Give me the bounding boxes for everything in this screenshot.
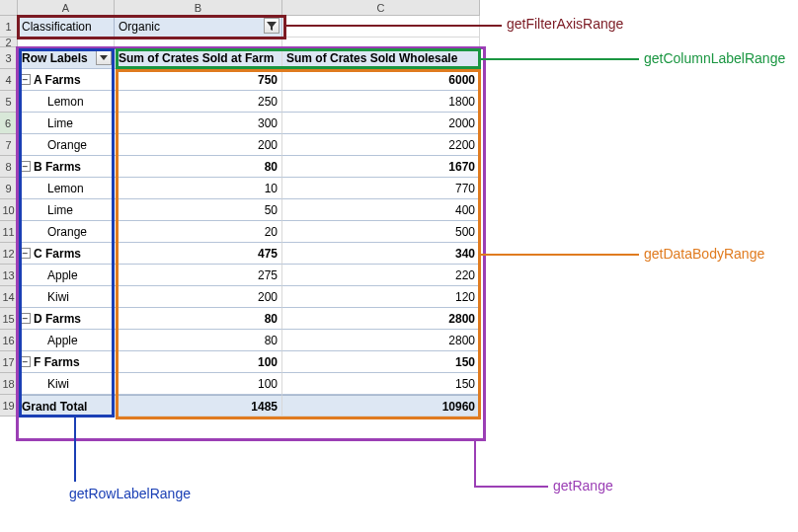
value-cell[interactable]: 275 <box>115 265 282 286</box>
row-label: D Farms <box>34 312 81 326</box>
filter-label-cell[interactable]: Classification <box>18 16 115 38</box>
row-header[interactable]: 11 <box>0 221 18 243</box>
value-cell[interactable]: 2000 <box>282 113 480 134</box>
cell[interactable] <box>115 38 282 47</box>
value-cell[interactable]: 1800 <box>282 91 480 113</box>
value-cell[interactable]: 50 <box>115 199 282 221</box>
filter-value-cell[interactable]: Organic <box>115 16 282 38</box>
row-header[interactable]: 1 <box>0 16 18 38</box>
value-cell[interactable]: 150 <box>282 351 480 373</box>
item-label-cell[interactable]: Kiwi <box>18 373 115 395</box>
item-label-cell[interactable]: Apple <box>18 330 115 351</box>
value-cell[interactable]: 20 <box>115 221 282 243</box>
item-label-cell[interactable]: Lime <box>18 113 115 134</box>
row-2: 2 <box>0 38 480 47</box>
grand-total-v2[interactable]: 10960 <box>282 395 480 417</box>
table-row: 16Apple802800 <box>0 330 480 351</box>
value-cell[interactable]: 400 <box>282 199 480 221</box>
value-cell[interactable]: 100 <box>115 351 282 373</box>
value-cell[interactable]: 2200 <box>282 134 480 156</box>
value-cell[interactable]: 2800 <box>282 308 480 330</box>
item-label-cell[interactable]: Lime <box>18 199 115 221</box>
col-header-a[interactable]: A <box>18 0 115 16</box>
cell[interactable] <box>282 16 480 38</box>
row-header[interactable]: 10 <box>0 199 18 221</box>
value-cell[interactable]: 150 <box>282 373 480 395</box>
line <box>474 486 548 488</box>
row-header[interactable]: 6 <box>0 113 18 134</box>
table-row: 9Lemon10770 <box>0 178 480 199</box>
grand-total-v1[interactable]: 1485 <box>115 395 282 417</box>
row-header[interactable]: 3 <box>0 47 18 69</box>
row-header[interactable]: 19 <box>0 395 18 417</box>
row-header[interactable]: 15 <box>0 308 18 330</box>
collapse-icon[interactable]: − <box>20 161 31 172</box>
col-header-b[interactable]: B <box>115 0 282 16</box>
value-cell[interactable]: 80 <box>115 308 282 330</box>
row-label: Lime <box>47 116 73 130</box>
farm-label-cell[interactable]: −B Farms <box>18 156 115 178</box>
item-label-cell[interactable]: Lemon <box>18 178 115 199</box>
item-label-cell[interactable]: Orange <box>18 221 115 243</box>
row-label: Kiwi <box>47 377 69 391</box>
row-header[interactable]: 2 <box>0 38 18 47</box>
col1-header[interactable]: Sum of Crates Sold at Farm <box>115 47 282 69</box>
row-header[interactable]: 17 <box>0 351 18 373</box>
filter-dropdown-button[interactable] <box>264 18 279 34</box>
farm-label-cell[interactable]: −D Farms <box>18 308 115 330</box>
row-header[interactable]: 12 <box>0 243 18 265</box>
row-header[interactable]: 16 <box>0 330 18 351</box>
row-label: Kiwi <box>47 290 69 304</box>
row-label: B Farms <box>34 160 81 174</box>
value-cell[interactable]: 80 <box>115 156 282 178</box>
grand-total-label[interactable]: Grand Total <box>18 395 115 417</box>
item-label-cell[interactable]: Lemon <box>18 91 115 113</box>
value-cell[interactable]: 1670 <box>282 156 480 178</box>
value-cell[interactable]: 6000 <box>282 69 480 91</box>
row-labels-dropdown[interactable] <box>96 49 112 65</box>
farm-label-cell[interactable]: −F Farms <box>18 351 115 373</box>
value-cell[interactable]: 250 <box>115 91 282 113</box>
item-label-cell[interactable]: Kiwi <box>18 286 115 308</box>
value-cell[interactable]: 770 <box>282 178 480 199</box>
value-cell[interactable]: 220 <box>282 265 480 286</box>
value-cell[interactable]: 100 <box>115 373 282 395</box>
value-cell[interactable]: 475 <box>115 243 282 265</box>
row-header[interactable]: 13 <box>0 265 18 286</box>
value-cell[interactable]: 300 <box>115 113 282 134</box>
value-cell[interactable]: 2800 <box>282 330 480 351</box>
value-cell[interactable]: 120 <box>282 286 480 308</box>
value-cell[interactable]: 750 <box>115 69 282 91</box>
select-all-cell[interactable] <box>0 0 18 16</box>
spreadsheet: A B C 1 Classification Organic 2 3 Row L… <box>0 0 480 417</box>
row-header[interactable]: 9 <box>0 178 18 199</box>
row-labels-header[interactable]: Row Labels <box>18 47 115 69</box>
value-cell[interactable]: 200 <box>115 286 282 308</box>
row-header[interactable]: 5 <box>0 91 18 113</box>
col2-header[interactable]: Sum of Crates Sold Wholesale <box>282 47 480 69</box>
farm-label-cell[interactable]: −C Farms <box>18 243 115 265</box>
cell[interactable] <box>18 38 115 47</box>
collapse-icon[interactable]: − <box>20 313 31 324</box>
value-cell[interactable]: 500 <box>282 221 480 243</box>
value-cell[interactable]: 80 <box>115 330 282 351</box>
value-cell[interactable]: 10 <box>115 178 282 199</box>
callout-range: getRange <box>553 478 613 494</box>
item-label-cell[interactable]: Apple <box>18 265 115 286</box>
value-cell[interactable]: 200 <box>115 134 282 156</box>
collapse-icon[interactable]: − <box>20 74 31 85</box>
farm-label-cell[interactable]: −A Farms <box>18 69 115 91</box>
row-header[interactable]: 14 <box>0 286 18 308</box>
collapse-icon[interactable]: − <box>20 248 31 259</box>
table-row: 5Lemon2501800 <box>0 91 480 113</box>
cell[interactable] <box>282 38 480 47</box>
row-header[interactable]: 18 <box>0 373 18 395</box>
collapse-icon[interactable]: − <box>20 356 31 367</box>
row-label: Lemon <box>47 95 84 109</box>
col-header-c[interactable]: C <box>282 0 480 16</box>
row-header[interactable]: 7 <box>0 134 18 156</box>
value-cell[interactable]: 340 <box>282 243 480 265</box>
item-label-cell[interactable]: Orange <box>18 134 115 156</box>
row-header[interactable]: 4 <box>0 69 18 91</box>
row-header[interactable]: 8 <box>0 156 18 178</box>
